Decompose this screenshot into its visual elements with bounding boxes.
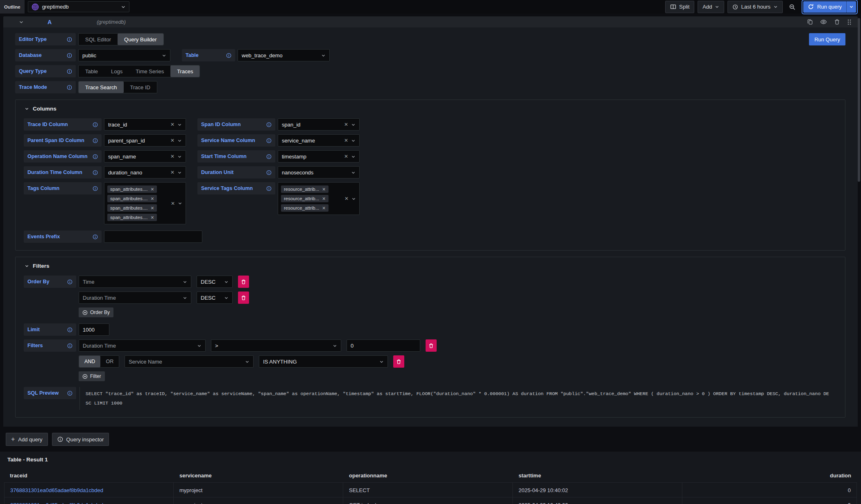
chevron-down-icon[interactable]	[177, 138, 182, 143]
scrollbar[interactable]	[858, 18, 860, 182]
remove-chip-icon[interactable]: ✕	[322, 196, 326, 201]
query-row-header[interactable]: A (greptimedb)	[3, 16, 858, 27]
order-by-field-select[interactable]: Time	[79, 276, 191, 288]
info-icon[interactable]	[67, 343, 73, 348]
clear-icon[interactable]: ✕	[170, 138, 174, 143]
tab-trace-id[interactable]: Trace ID	[124, 81, 157, 93]
clear-icon[interactable]: ✕	[344, 138, 348, 143]
duration-time-column-select[interactable]: duration_nano✕	[104, 166, 186, 179]
info-icon[interactable]	[93, 234, 98, 240]
chevron-down-icon[interactable]	[177, 122, 182, 127]
chevron-down-icon[interactable]	[333, 344, 337, 348]
duplicate-query-icon[interactable]	[807, 19, 813, 25]
chevron-down-icon[interactable]	[162, 53, 166, 58]
collapse-chevron-icon[interactable]	[19, 20, 24, 25]
info-icon[interactable]	[67, 69, 72, 74]
remove-chip-icon[interactable]: ✕	[322, 187, 326, 192]
tab-table[interactable]: Table	[79, 66, 104, 77]
trace-id-column-select[interactable]: trace_id✕	[104, 118, 186, 131]
time-range-picker[interactable]: Last 6 hours	[727, 1, 783, 13]
order-by-direction-select-2[interactable]: DESC	[197, 292, 233, 304]
tab-logs[interactable]: Logs	[104, 66, 129, 77]
chevron-down-icon[interactable]	[245, 359, 249, 364]
clear-icon[interactable]: ✕	[344, 122, 348, 127]
remove-chip-icon[interactable]: ✕	[322, 206, 326, 210]
table-select[interactable]: web_trace_demo	[238, 49, 330, 61]
info-icon[interactable]	[266, 138, 272, 143]
trace-link[interactable]: 3768831301ea0d65adaef8b9da1cbded	[10, 502, 103, 504]
clear-icon[interactable]: ✕	[170, 122, 174, 127]
run-query-panel-button[interactable]: Run Query	[809, 33, 845, 45]
chevron-down-icon[interactable]	[321, 53, 326, 58]
service-name-column-select[interactable]: service_name✕	[278, 134, 360, 147]
trace-link[interactable]: 3768831301ea0d65adaef8b9da1cbded	[10, 487, 103, 493]
column-header-servicename[interactable]: servicename	[174, 472, 343, 479]
chevron-down-icon[interactable]	[224, 280, 229, 284]
info-icon[interactable]	[266, 186, 272, 191]
drag-handle-icon[interactable]	[847, 19, 851, 25]
filter-operator-select[interactable]: >	[211, 339, 341, 352]
remove-filter-button[interactable]	[426, 339, 437, 352]
limit-input[interactable]	[79, 323, 109, 336]
datasource-picker[interactable]: greptimedb	[28, 1, 129, 12]
logic-and[interactable]: AND	[79, 356, 100, 367]
info-icon[interactable]	[67, 279, 73, 285]
tab-sql-editor[interactable]: SQL Editor	[79, 34, 118, 45]
remove-order-by-button-2[interactable]	[238, 292, 249, 304]
chevron-down-icon[interactable]	[351, 197, 356, 201]
info-icon[interactable]	[93, 186, 98, 191]
events-prefix-input[interactable]	[104, 231, 202, 243]
chevron-down-icon[interactable]	[183, 280, 187, 284]
columns-section-header[interactable]: Columns	[25, 106, 837, 112]
info-icon[interactable]	[266, 122, 272, 127]
chevron-down-icon[interactable]	[351, 154, 356, 159]
column-header-operationname[interactable]: operationname	[343, 472, 513, 479]
column-header-duration[interactable]: duration	[682, 472, 857, 479]
parent-span-id-column-select[interactable]: parent_span_id✕	[104, 134, 186, 147]
filters-section-header[interactable]: Filters	[25, 263, 837, 269]
chevron-down-icon[interactable]	[197, 344, 202, 348]
add-order-by-button[interactable]: Order By	[79, 307, 113, 317]
chevron-down-icon[interactable]	[177, 154, 182, 159]
info-icon[interactable]	[93, 138, 98, 143]
add-query-button[interactable]: + Add query	[6, 433, 48, 446]
hide-query-eye-icon[interactable]	[820, 18, 827, 25]
tab-time-series[interactable]: Time Series	[129, 66, 170, 77]
chevron-down-icon[interactable]	[351, 170, 356, 175]
outline-button[interactable]: Outline	[0, 0, 25, 14]
duration-unit-select[interactable]: nanoseconds	[278, 166, 360, 179]
info-icon[interactable]	[266, 170, 272, 175]
filter-value-input[interactable]	[347, 339, 420, 352]
remove-chip-icon[interactable]: ✕	[150, 187, 154, 192]
run-query-button[interactable]: Run query	[803, 1, 846, 13]
add-button[interactable]: Add	[698, 1, 724, 13]
info-icon[interactable]	[67, 85, 72, 90]
chevron-down-icon[interactable]	[379, 359, 384, 364]
info-icon[interactable]	[93, 170, 98, 175]
query-inspector-button[interactable]: Query inspector	[52, 433, 109, 446]
order-by-direction-select[interactable]: DESC	[197, 276, 233, 288]
info-icon[interactable]	[67, 37, 72, 42]
run-query-caret-button[interactable]	[846, 1, 856, 13]
info-icon[interactable]	[67, 391, 73, 396]
tab-traces[interactable]: Traces	[170, 66, 199, 77]
info-icon[interactable]	[266, 154, 272, 159]
add-filter-button[interactable]: Filter	[79, 371, 105, 381]
clear-icon[interactable]: ✕	[170, 170, 174, 175]
split-button[interactable]: Split	[665, 1, 694, 13]
filter-field-select[interactable]: Duration Time	[79, 339, 206, 352]
remove-chip-icon[interactable]: ✕	[150, 215, 154, 220]
clear-icon[interactable]: ✕	[344, 154, 348, 159]
chevron-down-icon[interactable]	[178, 201, 182, 206]
info-icon[interactable]	[93, 154, 98, 159]
chevron-down-icon[interactable]	[183, 296, 187, 300]
tab-trace-search[interactable]: Trace Search	[79, 81, 124, 93]
operation-name-column-select[interactable]: span_name✕	[104, 150, 186, 163]
remove-order-by-button[interactable]	[238, 276, 249, 288]
info-icon[interactable]	[67, 53, 72, 58]
filter-field-select-2[interactable]: Service Name	[125, 355, 254, 368]
clear-all-icon[interactable]: ✕	[171, 201, 175, 206]
clear-icon[interactable]: ✕	[170, 154, 174, 159]
collapse-chevron-icon[interactable]	[25, 106, 29, 111]
span-id-column-select[interactable]: span_id✕	[278, 118, 360, 131]
